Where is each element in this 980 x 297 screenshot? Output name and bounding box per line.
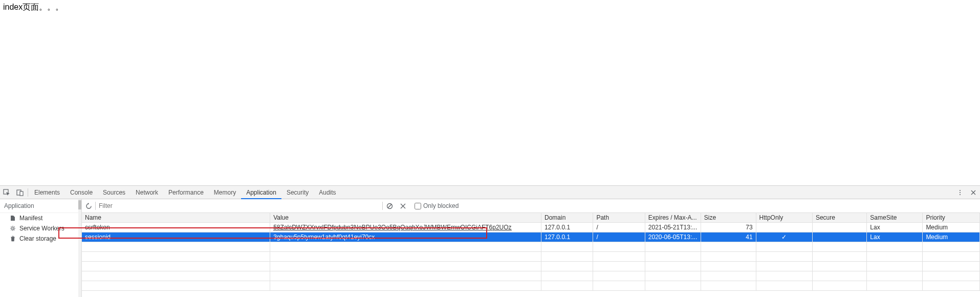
cell-path: / — [593, 223, 645, 232]
cell-httponly — [756, 223, 812, 232]
cell-domain: 127.0.0.1 — [541, 232, 593, 242]
column-header[interactable]: Value — [270, 213, 541, 223]
tab-security[interactable]: Security — [281, 186, 314, 199]
gear-icon — [9, 225, 16, 231]
cell-samesite: Lax — [867, 232, 923, 242]
panel-body: Application ManifestService WorkersClear… — [0, 199, 980, 297]
cell-value: 58ZalcDWZXXrvxlFDfpdubn3NeBPUe3Oo5BqOaqh… — [270, 223, 541, 232]
file-icon — [9, 215, 16, 221]
cell-domain: 127.0.0.1 — [541, 223, 593, 232]
tab-network[interactable]: Network — [130, 186, 163, 199]
sidebar-item-clear-storage[interactable]: Clear storage — [0, 234, 81, 244]
cookies-toolbar: Only blocked — [82, 199, 980, 213]
only-blocked-checkbox[interactable] — [415, 203, 421, 209]
only-blocked-label: Only blocked — [423, 202, 459, 209]
table-row-empty — [82, 252, 980, 262]
cookies-table: NameValueDomainPathExpires / Max-A...Siz… — [82, 213, 980, 291]
refresh-button[interactable] — [82, 203, 95, 209]
clear-all-icon[interactable] — [383, 203, 396, 209]
tab-elements[interactable]: Elements — [29, 186, 65, 199]
table-row[interactable]: csrftoken58ZalcDWZXXrvxlFDfpdubn3NeBPUe3… — [82, 223, 980, 232]
cell-path: / — [593, 232, 645, 242]
kebab-menu-icon[interactable] — [953, 189, 967, 196]
close-devtools-icon[interactable] — [967, 190, 980, 195]
svg-point-6 — [12, 227, 14, 229]
cell-secure — [812, 223, 866, 232]
cookies-panel: Only blocked NameValueDomainPathExpires … — [82, 199, 980, 297]
cell-size: 73 — [701, 223, 756, 232]
devtools-tabbar: ElementsConsoleSourcesNetworkPerformance… — [0, 186, 980, 199]
column-header[interactable]: Priority — [923, 213, 980, 223]
devtools-panel: ElementsConsoleSourcesNetworkPerformance… — [0, 185, 980, 297]
column-header[interactable]: Expires / Max-A... — [645, 213, 701, 223]
cell-httponly: ✓ — [756, 232, 812, 242]
cell-expires: 2020-06-05T13:... — [645, 232, 701, 242]
column-header[interactable]: SameSite — [867, 213, 923, 223]
sidebar-item-label: Clear storage — [19, 235, 56, 242]
cell-priority: Medium — [923, 223, 980, 232]
svg-rect-2 — [20, 192, 23, 196]
tab-sources[interactable]: Sources — [98, 186, 130, 199]
svg-point-4 — [960, 192, 961, 193]
tab-audits[interactable]: Audits — [314, 186, 341, 199]
tab-performance[interactable]: Performance — [163, 186, 209, 199]
sidebar-item-service-workers[interactable]: Service Workers — [0, 223, 81, 234]
cell-expires: 2021-05-21T13:... — [645, 223, 701, 232]
sidebar-item-manifest[interactable]: Manifest — [0, 213, 81, 223]
filter-input[interactable] — [96, 200, 382, 211]
device-toggle-icon[interactable] — [13, 189, 27, 196]
cell-priority: Medium — [923, 232, 980, 242]
delete-selected-icon[interactable] — [396, 203, 409, 209]
sidebar-scrollbar[interactable] — [78, 199, 81, 297]
column-header[interactable]: Secure — [812, 213, 866, 223]
column-header[interactable]: Name — [82, 213, 270, 223]
cell-samesite: Lax — [867, 223, 923, 232]
tab-console[interactable]: Console — [65, 186, 98, 199]
table-row[interactable]: sessionid3ghaqu5p5tymew1atyhf0qt41eyi70c… — [82, 232, 980, 242]
cell-name: sessionid — [82, 232, 270, 242]
application-sidebar: Application ManifestService WorkersClear… — [0, 199, 82, 297]
cell-value: 3ghaqu5p5tymew1atyhf0qt41eyi70cx — [270, 232, 541, 242]
tab-application[interactable]: Application — [241, 186, 281, 199]
table-row-empty — [82, 262, 980, 271]
table-row-empty — [82, 271, 980, 281]
column-header[interactable]: Domain — [541, 213, 593, 223]
table-row-empty — [82, 242, 980, 252]
svg-point-5 — [960, 194, 961, 195]
inspect-icon[interactable] — [0, 189, 13, 196]
column-header[interactable]: HttpOnly — [756, 213, 812, 223]
sidebar-section-header: Application — [0, 199, 81, 213]
table-row-empty — [82, 281, 980, 291]
page-body: index页面。。。 — [0, 0, 980, 185]
table-header-row: NameValueDomainPathExpires / Max-A...Siz… — [82, 213, 980, 223]
svg-point-3 — [960, 190, 961, 191]
separator — [28, 188, 28, 197]
svg-line-8 — [388, 204, 391, 208]
cookies-grid[interactable]: NameValueDomainPathExpires / Max-A...Siz… — [82, 213, 980, 297]
column-header[interactable]: Size — [701, 213, 756, 223]
tab-memory[interactable]: Memory — [209, 186, 241, 199]
cell-secure — [812, 232, 866, 242]
sidebar-item-label: Service Workers — [19, 225, 64, 232]
cell-name: csrftoken — [82, 223, 270, 232]
cell-size: 41 — [701, 232, 756, 242]
trash-icon — [9, 236, 16, 242]
column-header[interactable]: Path — [593, 213, 645, 223]
sidebar-item-label: Manifest — [19, 215, 42, 222]
scrollbar-thumb[interactable] — [78, 200, 81, 209]
